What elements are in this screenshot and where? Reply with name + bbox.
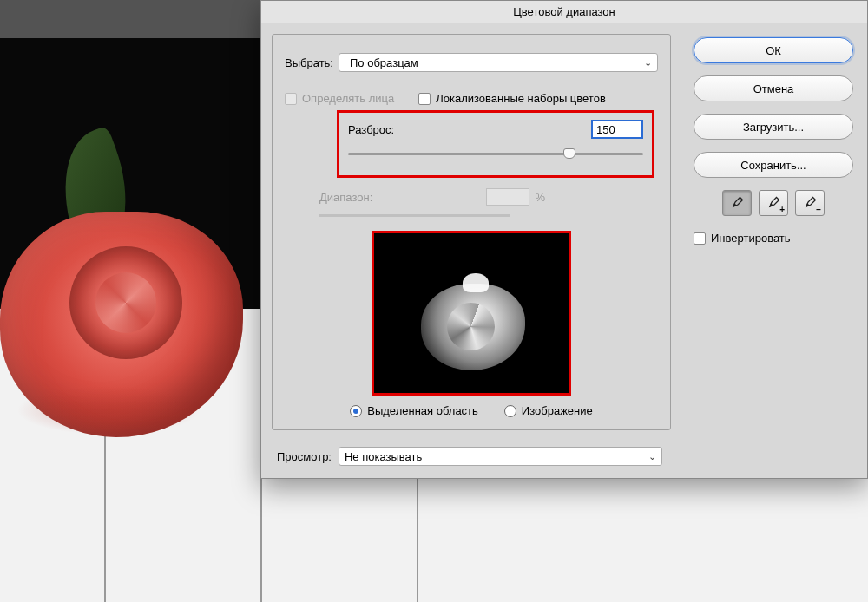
slider-thumb-icon[interactable] <box>563 148 575 159</box>
radio-selection[interactable]: Выделенная область <box>350 404 478 417</box>
invert-label: Инвертировать <box>711 232 791 245</box>
chevron-down-icon: ⌄ <box>648 451 656 462</box>
fuzziness-input[interactable] <box>591 120 643 139</box>
color-range-dialog: Цветовой диапазон Выбрать: По образцам ⌄ <box>260 0 868 479</box>
radio-image-label: Изображение <box>522 404 593 417</box>
ok-button[interactable]: ОК <box>694 37 853 63</box>
dialog-title[interactable]: Цветовой диапазон <box>261 1 867 23</box>
chevron-down-icon: ⌄ <box>644 57 652 69</box>
detect-faces-checkbox: Определять лица <box>285 92 394 105</box>
select-label: Выбрать: <box>285 56 339 69</box>
cancel-button[interactable]: Отмена <box>694 75 853 101</box>
range-label: Диапазон: <box>319 191 372 204</box>
preview-label: Просмотр: <box>277 450 332 463</box>
radio-icon <box>350 405 362 417</box>
checkbox-icon <box>418 93 431 105</box>
fuzziness-slider[interactable] <box>348 147 643 161</box>
checkbox-icon <box>694 232 706 245</box>
range-unit: % <box>535 191 545 204</box>
range-input <box>486 188 529 206</box>
detect-faces-label: Определять лица <box>302 92 394 105</box>
plus-icon: + <box>779 205 785 214</box>
checkbox-icon <box>285 93 297 105</box>
select-dropdown[interactable]: По образцам ⌄ <box>339 53 658 72</box>
radio-image[interactable]: Изображение <box>504 404 593 417</box>
fuzziness-label: Разброс: <box>348 123 394 136</box>
eyedropper-add-tool[interactable]: + <box>759 190 788 216</box>
radio-selection-label: Выделенная область <box>367 404 478 417</box>
eyedropper-subtract-tool[interactable]: − <box>795 190 825 216</box>
main-group: Выбрать: По образцам ⌄ Определять лица <box>272 34 671 430</box>
radio-icon <box>504 405 516 417</box>
minus-icon: − <box>816 205 821 214</box>
localized-colors-checkbox[interactable]: Локализованные наборы цветов <box>418 92 606 105</box>
range-slider <box>319 214 510 217</box>
fuzziness-highlight: Разброс: <box>337 110 654 178</box>
selection-preview[interactable] <box>372 231 571 396</box>
save-button[interactable]: Сохранить... <box>694 152 853 178</box>
eyedropper-tool[interactable] <box>722 190 752 216</box>
invert-checkbox[interactable]: Инвертировать <box>694 232 853 245</box>
load-button[interactable]: Загрузить... <box>694 114 853 140</box>
select-value: По образцам <box>350 56 418 69</box>
localized-colors-label: Локализованные наборы цветов <box>436 92 606 105</box>
preview-dropdown[interactable]: Не показывать ⌄ <box>339 447 662 466</box>
preview-value: Не показывать <box>345 450 422 463</box>
